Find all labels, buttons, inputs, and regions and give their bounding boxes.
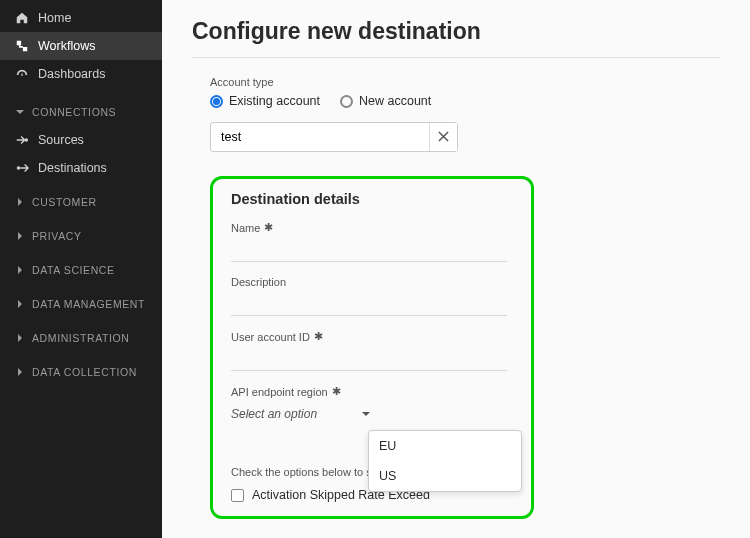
sidebar-item-sources[interactable]: Sources [0,126,162,154]
required-icon: ✱ [332,385,341,398]
field-api-region: API endpoint region ✱ Select an option [231,385,513,426]
sidebar-item-workflows[interactable]: Workflows [0,32,162,60]
description-input[interactable] [231,290,507,316]
sidebar-group-label: ADMINISTRATION [32,332,129,344]
radio-new-account[interactable]: New account [340,94,431,108]
sidebar-item-dashboards[interactable]: Dashboards [0,60,162,88]
api-region-select[interactable]: Select an option [231,402,371,426]
sidebar-item-home[interactable]: Home [0,4,162,32]
sidebar-group-label: PRIVACY [32,230,82,242]
radio-icon [210,95,223,108]
required-icon: ✱ [264,221,273,234]
radio-existing-account[interactable]: Existing account [210,94,320,108]
chevron-right-icon [14,298,26,310]
sidebar-item-label: Sources [38,133,84,147]
account-type-label: Account type [210,76,720,88]
field-name: Name ✱ [231,221,513,262]
chevron-down-icon [361,407,371,422]
sources-icon [14,132,30,148]
field-description: Description [231,276,513,316]
chevron-down-icon [14,106,26,118]
dropdown-option-us[interactable]: US [369,461,521,491]
clear-button[interactable] [429,123,457,151]
sidebar-item-label: Workflows [38,39,95,53]
field-label: API endpoint region [231,386,328,398]
dropdown-option-eu[interactable]: EU [369,431,521,461]
destinations-icon [14,160,30,176]
chevron-right-icon [14,366,26,378]
account-search-input[interactable] [211,130,429,144]
sidebar-group-label: DATA SCIENCE [32,264,115,276]
account-search-wrap [210,122,458,152]
field-label: Name [231,222,260,234]
select-placeholder: Select an option [231,407,317,421]
chevron-right-icon [14,196,26,208]
api-region-dropdown: EU US [368,430,522,492]
sidebar-group-privacy[interactable]: PRIVACY [0,222,162,250]
radio-icon [340,95,353,108]
sidebar-group-customer[interactable]: CUSTOMER [0,188,162,216]
chevron-right-icon [14,264,26,276]
divider [192,57,720,58]
alert-checkbox[interactable] [231,489,244,502]
sidebar-item-label: Home [38,11,71,25]
sidebar-item-label: Dashboards [38,67,105,81]
sidebar-group-label: CONNECTIONS [32,106,116,118]
page-title: Configure new destination [192,18,720,45]
chevron-right-icon [14,230,26,242]
sidebar-group-label: DATA COLLECTION [32,366,137,378]
field-label: User account ID [231,331,310,343]
name-input[interactable] [231,236,507,262]
home-icon [14,10,30,26]
sidebar-group-datascience[interactable]: DATA SCIENCE [0,256,162,284]
required-icon: ✱ [314,330,323,343]
sidebar-group-connections[interactable]: CONNECTIONS [0,98,162,126]
field-user-account-id: User account ID ✱ [231,330,513,371]
sidebar-item-label: Destinations [38,161,107,175]
sidebar-group-label: DATA MANAGEMENT [32,298,145,310]
account-type-radios: Existing account New account [210,94,720,108]
radio-label: New account [359,94,431,108]
gauge-icon [14,66,30,82]
sidebar-group-admin[interactable]: ADMINISTRATION [0,324,162,352]
svg-point-1 [17,166,21,170]
close-icon [438,130,449,145]
field-label: Description [231,276,286,288]
workflow-icon [14,38,30,54]
sidebar-group-datacollection[interactable]: DATA COLLECTION [0,358,162,386]
radio-label: Existing account [229,94,320,108]
sidebar-group-datamgmt[interactable]: DATA MANAGEMENT [0,290,162,318]
card-heading: Destination details [231,191,513,207]
main-content: Configure new destination Account type E… [162,0,750,538]
chevron-right-icon [14,332,26,344]
user-account-input[interactable] [231,345,507,371]
sidebar-group-label: CUSTOMER [32,196,97,208]
sidebar-item-destinations[interactable]: Destinations [0,154,162,182]
svg-point-0 [25,138,29,142]
app-root: Home Workflows Dashboards CONNECTIONS So… [0,0,750,538]
sidebar: Home Workflows Dashboards CONNECTIONS So… [0,0,162,538]
